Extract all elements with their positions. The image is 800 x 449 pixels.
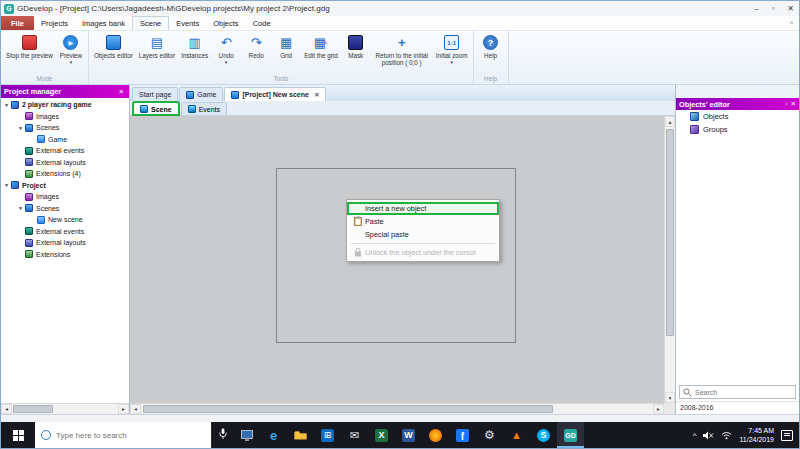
tree-item-objects[interactable]: Objects <box>676 110 799 123</box>
scene-canvas[interactable]: Insert a new object Paste Special paste … <box>130 116 675 414</box>
scrollbar-thumb[interactable] <box>13 405 53 413</box>
mail-icon[interactable]: ✉ <box>341 422 368 448</box>
scrollbar-thumb[interactable] <box>143 405 553 413</box>
panel-restore-icon[interactable]: ▫ <box>785 100 787 108</box>
tree-item-groups[interactable]: Groups <box>676 123 799 136</box>
tree-item-extensions-2[interactable]: Extensions <box>1 249 129 261</box>
store-icon[interactable]: ⊞ <box>314 422 341 448</box>
images-icon <box>25 193 33 201</box>
menu-tab-code[interactable]: Code <box>246 16 278 30</box>
tab-start-page[interactable]: Start page <box>132 87 178 101</box>
tree-item-scenes-2[interactable]: ▼Scenes <box>1 203 129 215</box>
undo-button[interactable]: ↶ Undo ▾ <box>211 33 241 66</box>
pencil-icon: ✎ <box>322 39 328 47</box>
menu-tab-images-bank[interactable]: Images bank <box>75 16 132 30</box>
tree-item-external-layouts[interactable]: External layouts <box>1 157 129 169</box>
scroll-right-icon[interactable]: ► <box>653 404 664 414</box>
tree-item-new-scene[interactable]: New scene <box>1 214 129 226</box>
canvas-hscrollbar[interactable]: ◄ ► <box>130 403 664 414</box>
gdevelop-taskbar-icon[interactable]: GD <box>557 422 584 448</box>
menu-tab-scene[interactable]: Scene <box>132 16 169 30</box>
scroll-left-icon[interactable]: ◄ <box>130 404 141 414</box>
mask-button[interactable]: Mask <box>341 33 371 60</box>
edit-grid-button[interactable]: ▦✎ Edit the grid <box>301 33 341 60</box>
taskbar-apps: e ⊞ ✉ X W f ⚙ ▲ S GD <box>233 422 584 448</box>
layers-editor-button[interactable]: ▤ Layers editor <box>136 33 178 60</box>
menu-tab-projects[interactable]: Projects <box>34 16 75 30</box>
collapse-ribbon-icon[interactable]: ^ <box>790 20 793 27</box>
maximize-icon[interactable]: ▫ <box>765 4 782 13</box>
tree-item-game-scene[interactable]: Game <box>1 134 129 146</box>
hidden-icons-chevron-icon[interactable]: ^ <box>693 431 697 440</box>
menu-tab-events[interactable]: Events <box>169 16 206 30</box>
menu-item-special-paste[interactable]: Special paste <box>347 228 499 241</box>
help-button[interactable]: ? Help <box>476 33 506 60</box>
minimize-icon[interactable]: – <box>748 4 765 13</box>
start-button[interactable] <box>1 422 35 448</box>
crosshair-icon: + <box>398 36 406 49</box>
facebook-icon[interactable]: f <box>449 422 476 448</box>
taskbar-clock[interactable]: 7:45 AM 11/24/2019 <box>739 426 774 444</box>
search-input[interactable] <box>695 389 792 396</box>
scroll-right-icon[interactable]: ► <box>118 404 129 414</box>
edge-browser-icon[interactable]: e <box>260 422 287 448</box>
project-manager-hscrollbar[interactable]: ◄ ► <box>1 403 129 414</box>
tree-item-extensions[interactable]: Extensions (4) <box>1 168 129 180</box>
preview-dropdown-icon[interactable]: ▾ <box>70 59 73 65</box>
tree-item-external-layouts-2[interactable]: External layouts <box>1 237 129 249</box>
panel-close-icon[interactable]: ✕ <box>791 100 796 108</box>
scroll-left-icon[interactable]: ◄ <box>1 404 12 414</box>
menu-item-paste[interactable]: Paste <box>347 215 499 228</box>
excel-icon[interactable]: X <box>368 422 395 448</box>
menu-item-unlock-object[interactable]: Unlock the object under the cursor <box>347 246 499 259</box>
network-icon[interactable] <box>721 426 732 444</box>
zoom-dropdown-icon[interactable]: ▾ <box>450 59 453 65</box>
return-initial-position-button[interactable]: + Return to the initial position ( 0;0 ) <box>371 33 433 67</box>
settings-gear-icon[interactable]: ⚙ <box>476 422 503 448</box>
word-icon[interactable]: W <box>395 422 422 448</box>
tab-scene-view[interactable]: Scene <box>133 102 179 115</box>
tab-events-view[interactable]: Events <box>181 102 227 115</box>
menu-tab-objects[interactable]: Objects <box>206 16 245 30</box>
firefox-icon[interactable] <box>422 422 449 448</box>
tree-item-external-events[interactable]: External events <box>1 145 129 157</box>
tree-item-racing-game[interactable]: ▼2 player racing game <box>1 99 129 111</box>
vlc-icon[interactable]: ▲ <box>503 422 530 448</box>
stop-icon <box>22 35 37 50</box>
menu-tab-file[interactable]: File <box>1 16 34 30</box>
canvas-vscrollbar[interactable]: ▲ ▼ <box>664 116 675 403</box>
tree-item-external-events-2[interactable]: External events <box>1 226 129 238</box>
preview-button[interactable]: ▶ Preview ▾ <box>56 33 86 66</box>
action-center-icon[interactable] <box>781 430 793 441</box>
volume-muted-icon[interactable] <box>703 426 714 444</box>
scroll-down-icon[interactable]: ▼ <box>665 392 675 403</box>
clock-time: 7:45 AM <box>748 427 774 434</box>
tab-close-icon[interactable]: ✕ <box>312 91 319 99</box>
objects-search-box[interactable] <box>679 385 796 399</box>
grid-button[interactable]: ▦ Grid <box>271 33 301 60</box>
ribbon-group-mode: Stop the preview ▶ Preview ▾ Mode <box>1 31 89 84</box>
tree-item-images[interactable]: Images <box>1 111 129 123</box>
close-icon[interactable]: ✕ <box>782 4 799 13</box>
tree-item-images-2[interactable]: Images <box>1 191 129 203</box>
tree-item-project[interactable]: ▼Project <box>1 180 129 192</box>
tab-project-new-scene[interactable]: [Project] New scene✕ <box>224 87 326 101</box>
objects-editor-button[interactable]: Objects editor <box>91 33 136 60</box>
initial-zoom-button[interactable]: 1:1 Initial zoom ▾ <box>433 33 471 66</box>
scrollbar-thumb[interactable] <box>666 129 674 336</box>
redo-button[interactable]: ↷ Redo <box>241 33 271 60</box>
undo-dropdown-icon[interactable]: ▾ <box>225 59 228 65</box>
microphone-button[interactable] <box>211 422 233 448</box>
file-explorer-icon[interactable] <box>287 422 314 448</box>
instances-button[interactable]: ▥ Instances <box>178 33 211 60</box>
skype-icon[interactable]: S <box>530 422 557 448</box>
menu-item-insert-new-object[interactable]: Insert a new object <box>347 202 499 215</box>
project-manager-close-icon[interactable]: ✕ <box>117 88 126 96</box>
taskbar-search-input[interactable] <box>56 431 205 440</box>
stop-preview-button[interactable]: Stop the preview <box>3 33 56 60</box>
scroll-up-icon[interactable]: ▲ <box>665 116 675 127</box>
task-view-icon[interactable] <box>233 422 260 448</box>
tree-item-scenes[interactable]: ▼Scenes <box>1 122 129 134</box>
tab-game[interactable]: Game <box>179 87 223 101</box>
taskbar-search-box[interactable] <box>35 422 211 448</box>
